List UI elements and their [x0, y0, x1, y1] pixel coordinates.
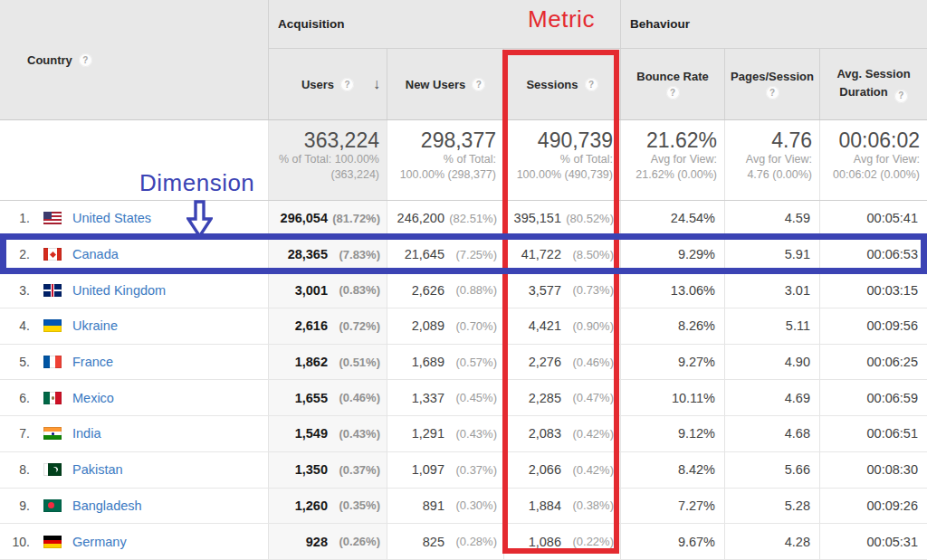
new-users-value: 1,097	[387, 462, 444, 477]
country-cell: 6. Mexico	[0, 380, 268, 415]
duration-value: 00:03:15	[819, 272, 927, 308]
totals-avg-duration-value: 00:06:02	[838, 128, 920, 152]
users-value: 2,616	[269, 318, 328, 333]
table-row[interactable]: 6. Mexico 1,655 (0.46%) 1,337 (0.45%) 2,…	[0, 380, 927, 416]
users-cell: 1,260 (0.35%)	[268, 489, 387, 524]
column-header-new-users[interactable]: New Users ?	[387, 49, 503, 119]
sessions-value: 1,086	[504, 535, 561, 549]
users-pct: (0.37%)	[328, 463, 380, 477]
duration-value: 00:06:51	[819, 416, 927, 451]
country-link[interactable]: Mexico	[72, 391, 114, 405]
sessions-pct: (0.42%)	[561, 463, 614, 477]
users-value: 28,365	[269, 247, 328, 261]
country-link[interactable]: Bangladesh	[72, 498, 142, 513]
duration-value: 00:09:56	[819, 308, 927, 344]
table-row[interactable]: 7. India 1,549 (0.43%) 1,291 (0.43%) 2,0…	[0, 416, 927, 452]
bounce-rate-value: 9.12%	[620, 416, 724, 451]
help-icon[interactable]: ?	[472, 78, 485, 91]
help-icon[interactable]: ?	[894, 90, 908, 103]
table-header: Country ? Acquisition Behaviour Users ? …	[0, 0, 927, 120]
country-cell: 10. Germany	[0, 524, 268, 559]
users-cell: 296,054 (81.72%)	[268, 201, 387, 236]
acquisition-label: Acquisition	[278, 17, 345, 31]
sessions-pct: (0.38%)	[561, 498, 614, 512]
users-pct: (0.83%)	[328, 283, 380, 297]
row-rank: 3.	[0, 283, 30, 298]
country-link[interactable]: United States	[72, 211, 151, 225]
duration-value: 00:06:25	[819, 345, 927, 380]
country-link[interactable]: Ukraine	[72, 318, 118, 333]
totals-bounce-sub1: Avg for View:	[651, 153, 717, 166]
sessions-value: 41,722	[504, 247, 561, 261]
country-flag-icon-fr	[43, 356, 62, 368]
country-cell: 1. United States	[0, 201, 268, 236]
bounce-rate-value: 9.27%	[620, 345, 724, 380]
sessions-pct: (80.52%)	[561, 212, 614, 225]
sessions-cell: 2,285 (0.47%)	[503, 380, 620, 415]
help-icon[interactable]: ?	[79, 53, 92, 67]
bounce-rate-header-label: Bounce Rate	[636, 70, 708, 83]
totals-sessions-cell: 490,739 % of Total:100.00% (490,739)	[503, 120, 620, 200]
help-icon[interactable]: ?	[340, 78, 354, 91]
bounce-rate-value: 8.42%	[620, 452, 724, 488]
table-row[interactable]: 8. Pakistan 1,350 (0.37%) 1,097 (0.37%) …	[0, 452, 927, 489]
column-header-avg-duration[interactable]: Avg. Session Duration?	[819, 49, 927, 119]
sessions-pct: (0.73%)	[561, 283, 614, 297]
totals-pages-sub2: 4.76 (0.00%)	[747, 168, 812, 181]
country-link[interactable]: Pakistan	[72, 462, 123, 477]
table-row[interactable]: 3. United Kingdom 3,001 (0.83%) 2,626 (0…	[0, 272, 927, 308]
country-link[interactable]: India	[72, 426, 100, 441]
table-row[interactable]: 5. France 1,862 (0.51%) 1,689 (0.57%) 2,…	[0, 345, 927, 381]
row-rank: 4.	[0, 318, 30, 333]
totals-duration-sub1: Avg for View:	[854, 153, 920, 166]
sessions-cell: 2,066 (0.42%)	[503, 452, 620, 488]
column-header-bounce-rate[interactable]: Bounce Rate ?	[620, 49, 724, 119]
totals-sessions-value: 490,739	[538, 128, 613, 152]
sessions-pct: (0.47%)	[561, 391, 614, 404]
country-flag-icon-in	[43, 427, 62, 440]
help-icon[interactable]: ?	[585, 78, 598, 91]
new-users-cell: 891 (0.30%)	[387, 489, 503, 524]
country-link[interactable]: Germany	[72, 535, 127, 549]
pages-session-value: 5.91	[724, 237, 819, 272]
table-row[interactable]: 10. Germany 928 (0.26%) 825 (0.28%) 1,08…	[0, 524, 927, 560]
help-icon[interactable]: ?	[766, 86, 779, 100]
totals-bounce-rate-cell: 21.62% Avg for View:21.62% (0.00%)	[620, 120, 724, 200]
bounce-rate-value: 13.06%	[620, 272, 724, 308]
users-value: 1,862	[269, 355, 328, 369]
country-link[interactable]: France	[72, 355, 113, 369]
column-header-pages-session[interactable]: Pages/Session ?	[724, 49, 819, 119]
table-row[interactable]: 9. Bangladesh 1,260 (0.35%) 891 (0.30%) …	[0, 489, 927, 525]
sort-descending-icon[interactable]: ↓	[373, 76, 380, 92]
new-users-value: 891	[387, 498, 444, 513]
country-cell: 7. India	[0, 416, 268, 451]
new-users-cell: 1,689 (0.57%)	[387, 345, 503, 380]
country-cell: 3. United Kingdom	[0, 272, 268, 308]
column-header-sessions[interactable]: Sessions ?	[503, 49, 620, 119]
country-link[interactable]: United Kingdom	[72, 283, 166, 298]
sessions-pct: (0.90%)	[561, 319, 614, 333]
table-row[interactable]: 1. United States 296,054 (81.72%) 246,20…	[0, 201, 927, 237]
users-value: 1,260	[269, 498, 328, 513]
new-users-value: 1,337	[387, 391, 444, 405]
users-value: 3,001	[269, 283, 328, 298]
help-icon[interactable]: ?	[666, 86, 680, 100]
new-users-cell: 246,200 (82.51%)	[387, 201, 503, 236]
table-row[interactable]: 4. Ukraine 2,616 (0.72%) 2,089 (0.70%) 4…	[0, 308, 927, 345]
country-flag-icon-ca	[43, 248, 62, 261]
column-header-users[interactable]: Users ? ↓	[268, 49, 387, 119]
country-link[interactable]: Canada	[72, 247, 119, 261]
country-flag-icon-ua	[43, 319, 62, 332]
totals-users-sub2: (363,224)	[330, 168, 379, 181]
country-header-cell[interactable]: Country ?	[0, 0, 268, 119]
new-users-value: 21,645	[387, 247, 444, 261]
sessions-cell: 395,151 (80.52%)	[503, 201, 620, 236]
country-flag-icon-pk	[43, 463, 62, 476]
sessions-pct: (8.50%)	[561, 248, 614, 261]
country-flag-icon-mx	[43, 392, 62, 404]
users-pct: (81.72%)	[328, 212, 380, 225]
users-cell: 1,862 (0.51%)	[268, 345, 387, 380]
sessions-header-label: Sessions	[526, 78, 578, 91]
users-cell: 1,549 (0.43%)	[268, 416, 387, 451]
table-row[interactable]: 2. Canada 28,365 (7.83%) 21,645 (7.25%) …	[0, 237, 927, 273]
